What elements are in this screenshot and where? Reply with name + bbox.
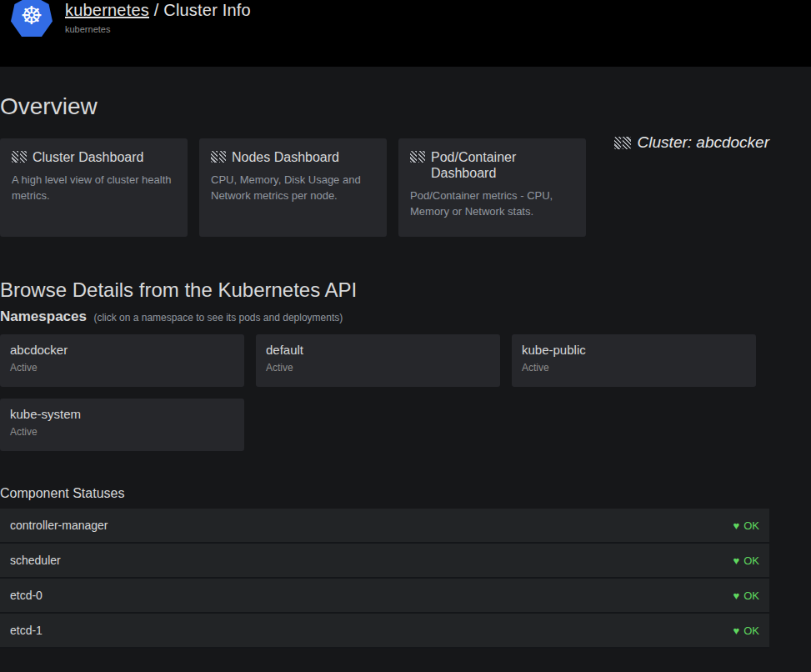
namespace-card-kube-public[interactable]: kube-public Active — [512, 334, 756, 387]
component-name: scheduler — [10, 554, 61, 567]
component-name: etcd-0 — [10, 589, 43, 602]
status-badge: ♥ OK — [733, 589, 759, 602]
namespace-status: Active — [10, 362, 234, 374]
breadcrumb-dashboard-link[interactable]: kubernetes — [65, 1, 149, 19]
dashboard-grid-icon — [211, 151, 226, 163]
dashboard-header: ☸ kubernetes / Cluster Info kubernetes — [0, 0, 811, 67]
cluster-link-label: Cluster: abcdocker — [638, 133, 769, 152]
namespaces-label-line: Namespaces (click on a namespace to see … — [0, 308, 769, 325]
kubernetes-logo-icon[interactable]: ☸ — [11, 0, 53, 37]
table-row: controller-manager ♥ OK — [0, 509, 769, 544]
page-title: / Cluster Info — [149, 1, 251, 19]
card-title-row: Pod/Container Dashboard — [410, 149, 574, 181]
status-text: OK — [743, 519, 759, 532]
card-cluster-dashboard[interactable]: Cluster Dashboard A high level view of c… — [0, 138, 188, 237]
header-titles: kubernetes / Cluster Info kubernetes — [65, 1, 251, 34]
card-title: Cluster Dashboard — [33, 149, 143, 165]
header-subtitle: kubernetes — [65, 24, 251, 34]
dashboard-grid-icon — [614, 137, 631, 149]
dashboard-grid-icon — [410, 151, 425, 163]
table-row: etcd-1 ♥ OK — [0, 614, 769, 649]
dashboard-cards-row: Cluster Dashboard A high level view of c… — [0, 138, 769, 237]
namespace-status: Active — [522, 362, 746, 374]
card-description: A high level view of cluster health metr… — [12, 173, 176, 204]
namespace-name: default — [266, 343, 490, 357]
card-description: Pod/Container metrics - CPU, Memory or N… — [410, 188, 574, 220]
table-row: scheduler ♥ OK — [0, 544, 769, 579]
namespaces-grid: abcdocker Active default Active kube-pub… — [0, 334, 769, 451]
namespace-name: abcdocker — [10, 343, 234, 357]
heart-icon: ♥ — [733, 625, 739, 636]
card-nodes-dashboard[interactable]: Nodes Dashboard CPU, Memory, Disk Usage … — [199, 138, 387, 237]
component-name: etcd-1 — [10, 624, 43, 637]
status-badge: ♥ OK — [733, 519, 759, 532]
card-title: Pod/Container Dashboard — [431, 149, 574, 181]
namespace-card-abcdocker[interactable]: abcdocker Active — [0, 334, 244, 387]
status-badge: ♥ OK — [733, 624, 759, 637]
card-title-row: Cluster Dashboard — [12, 149, 176, 165]
component-statuses-heading: Component Statuses — [0, 486, 769, 501]
status-text: OK — [743, 554, 759, 567]
namespaces-hint: (click on a namespace to see its pods an… — [93, 312, 343, 323]
namespace-status: Active — [266, 362, 490, 374]
dashboard-content: Overview Cluster: abcdocker Cluster Dash… — [0, 67, 769, 649]
browse-heading: Browse Details from the Kubernetes API — [0, 278, 769, 302]
heart-icon: ♥ — [733, 555, 739, 566]
namespace-status: Active — [10, 426, 234, 438]
status-badge: ♥ OK — [733, 554, 759, 567]
heart-icon: ♥ — [733, 590, 739, 601]
card-title-row: Nodes Dashboard — [211, 149, 375, 165]
namespace-name: kube-system — [10, 407, 234, 421]
overview-heading: Overview — [0, 93, 769, 120]
card-description: CPU, Memory, Disk Usage and Network metr… — [211, 173, 375, 204]
namespaces-label: Namespaces — [0, 308, 87, 324]
cluster-link[interactable]: Cluster: abcdocker — [614, 133, 769, 152]
card-pod-container-dashboard[interactable]: Pod/Container Dashboard Pod/Container me… — [398, 138, 586, 237]
component-name: controller-manager — [10, 519, 108, 532]
component-statuses-table: controller-manager ♥ OK scheduler ♥ OK e… — [0, 509, 769, 649]
namespace-card-default[interactable]: default Active — [256, 334, 500, 387]
heart-icon: ♥ — [733, 520, 739, 531]
namespace-card-kube-system[interactable]: kube-system Active — [0, 399, 244, 451]
card-title: Nodes Dashboard — [232, 149, 339, 165]
status-text: OK — [743, 589, 759, 602]
status-text: OK — [743, 624, 759, 637]
breadcrumb: kubernetes / Cluster Info — [65, 1, 251, 20]
table-row: etcd-0 ♥ OK — [0, 579, 769, 614]
dashboard-grid-icon — [12, 151, 27, 163]
namespace-name: kube-public — [522, 343, 746, 357]
